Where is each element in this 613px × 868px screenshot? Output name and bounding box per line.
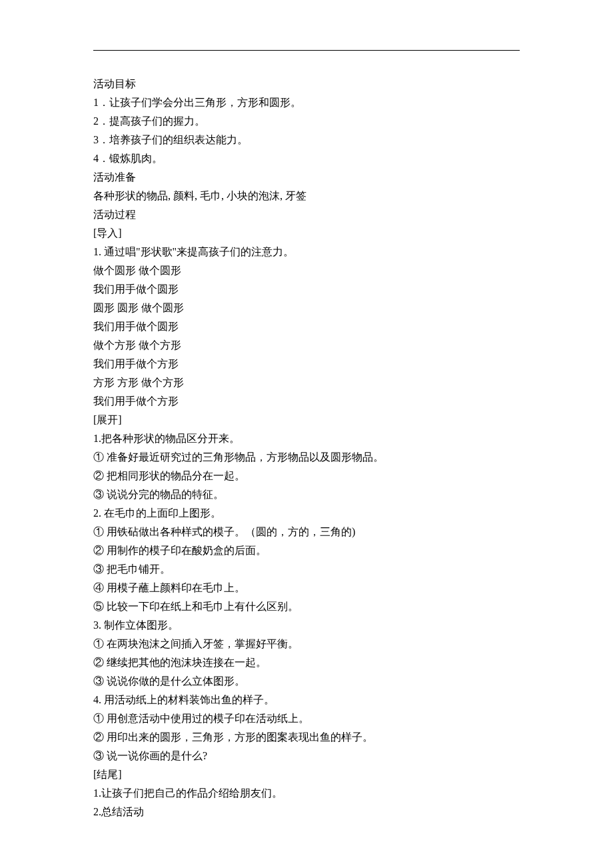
text-line: 1. 通过唱"形状歌"来提高孩子们的注意力。	[93, 243, 520, 261]
text-line: ⑤ 比较一下印在纸上和毛巾上有什么区别。	[93, 597, 520, 616]
text-line: 1.让孩子们把自己的作品介绍给朋友们。	[93, 784, 520, 803]
text-line: 方形 方形 做个方形	[93, 373, 520, 392]
text-line: 做个方形 做个方形	[93, 336, 520, 355]
text-line: 活动准备	[93, 168, 520, 187]
text-line: 我们用手做个方形	[93, 392, 520, 411]
text-line: ③ 把毛巾铺开。	[93, 560, 520, 579]
text-line: 活动过程	[93, 205, 520, 224]
text-line: ① 用创意活动中使用过的模子印在活动纸上。	[93, 709, 520, 728]
text-line: ② 把相同形状的物品分在一起。	[93, 467, 520, 485]
text-line: 1.把各种形状的物品区分开来。	[93, 429, 520, 448]
text-line: 3．培养孩子们的组织表达能力。	[93, 131, 520, 149]
text-line: ③ 说一说你画的是什么?	[93, 747, 520, 765]
text-line: ③ 说说你做的是什么立体图形。	[93, 672, 520, 691]
text-line: 4．锻炼肌肉。	[93, 149, 520, 168]
horizontal-rule	[93, 50, 520, 51]
text-line: [展开]	[93, 411, 520, 429]
text-line: 2.总结活动	[93, 803, 520, 821]
text-line: ② 用制作的模子印在酸奶盒的后面。	[93, 541, 520, 560]
text-line: 我们用手做个方形	[93, 355, 520, 373]
text-line: ③ 说说分完的物品的特征。	[93, 485, 520, 504]
document-page: 活动目标 1．让孩子们学会分出三角形，方形和圆形。 2．提高孩子们的握力。 3．…	[0, 0, 613, 868]
text-line: 圆形 圆形 做个圆形	[93, 299, 520, 317]
text-line: 1．让孩子们学会分出三角形，方形和圆形。	[93, 93, 520, 112]
text-line: 2．提高孩子们的握力。	[93, 112, 520, 131]
text-line: 2. 在毛巾的上面印上图形。	[93, 504, 520, 523]
text-line: ① 准备好最近研究过的三角形物品，方形物品以及圆形物品。	[93, 448, 520, 467]
text-line: ② 继续把其他的泡沫块连接在一起。	[93, 653, 520, 672]
text-line: 做个圆形 做个圆形	[93, 261, 520, 280]
text-line: ④ 用模子蘸上颜料印在毛巾上。	[93, 579, 520, 597]
text-line: [结尾]	[93, 765, 520, 784]
text-line: 4. 用活动纸上的材料装饰出鱼的样子。	[93, 691, 520, 709]
document-body: 活动目标 1．让孩子们学会分出三角形，方形和圆形。 2．提高孩子们的握力。 3．…	[93, 75, 520, 821]
text-line: 各种形状的物品, 颜料, 毛巾, 小块的泡沫, 牙签	[93, 187, 520, 205]
text-line: ① 用铁砧做出各种样式的模子。（圆的，方的，三角的)	[93, 523, 520, 541]
text-line: 活动目标	[93, 75, 520, 93]
text-line: 我们用手做个圆形	[93, 317, 520, 336]
text-line: ① 在两块泡沫之间插入牙签，掌握好平衡。	[93, 635, 520, 653]
text-line: ② 用印出来的圆形，三角形，方形的图案表现出鱼的样子。	[93, 728, 520, 747]
text-line: 我们用手做个圆形	[93, 280, 520, 299]
text-line: 3. 制作立体图形。	[93, 616, 520, 635]
text-line: [导入]	[93, 224, 520, 243]
